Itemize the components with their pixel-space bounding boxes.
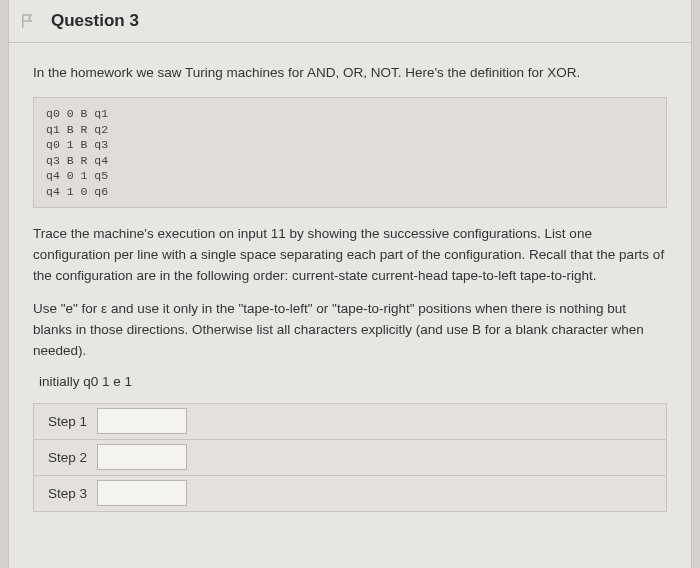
question-body: In the homework we saw Turing machines f… (9, 43, 691, 512)
intro-text: In the homework we saw Turing machines f… (33, 63, 667, 83)
question-title: Question 3 (51, 11, 139, 31)
instructions-2: Use "e" for ε and use it only in the "ta… (33, 299, 667, 362)
instructions-1: Trace the machine's execution on input 1… (33, 224, 667, 287)
step-label: Step 2 (34, 440, 97, 475)
step-1-input[interactable] (97, 408, 187, 434)
initial-config: initially q0 1 e 1 (39, 374, 667, 389)
question-header: Question 3 (9, 0, 691, 43)
step-row-3: Step 3 (33, 475, 667, 512)
xor-definition-code: q0 0 B q1 q1 B R q2 q0 1 B q3 q3 B R q4 … (33, 97, 667, 208)
step-label: Step 3 (34, 476, 97, 511)
step-row-1: Step 1 (33, 403, 667, 439)
step-row-2: Step 2 (33, 439, 667, 475)
step-3-input[interactable] (97, 480, 187, 506)
flag-icon[interactable] (19, 10, 37, 32)
step-label: Step 1 (34, 404, 97, 439)
question-card: Question 3 In the homework we saw Turing… (8, 0, 692, 568)
step-2-input[interactable] (97, 444, 187, 470)
